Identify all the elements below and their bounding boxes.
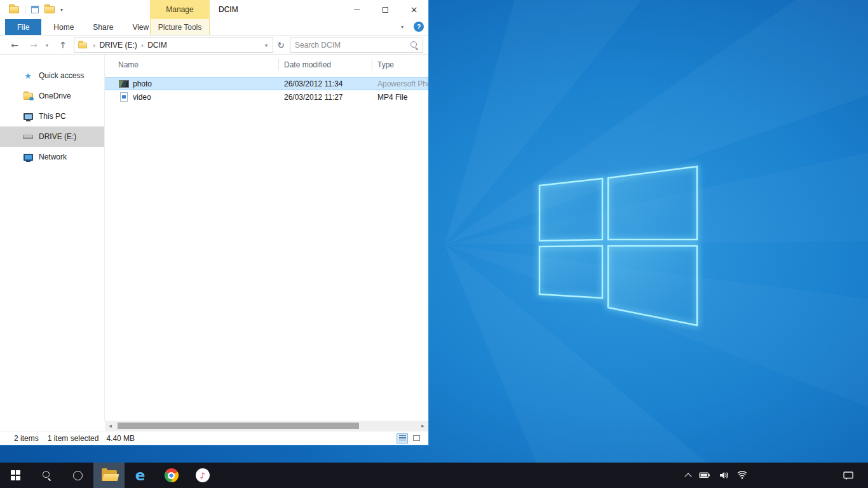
file-name: photo (133, 79, 284, 88)
sidebar-item-this-pc[interactable]: This PC (0, 106, 104, 126)
file-type: MP4 File (377, 93, 428, 102)
chevron-up-icon (684, 473, 691, 480)
new-folder-icon[interactable] (44, 6, 55, 13)
sidebar-item-drive-e[interactable]: DRIVE (E:) (0, 126, 104, 147)
sidebar-label: DRIVE (E:) (39, 132, 76, 141)
breadcrumb-folder[interactable]: DCIM (147, 41, 167, 50)
column-divider[interactable] (278, 58, 279, 71)
search-input[interactable] (290, 41, 410, 50)
tray-network-button[interactable] (737, 470, 747, 480)
column-header-date-modified[interactable]: Date modified (284, 55, 331, 74)
horizontal-scrollbar[interactable]: ◂ ▸ (105, 421, 428, 431)
taskbar-file-explorer-button[interactable] (93, 463, 125, 488)
refresh-button[interactable]: ↻ (274, 37, 288, 53)
view-toggles (397, 433, 428, 444)
forward-button[interactable]: → (25, 36, 42, 55)
window-title: DCIM (219, 0, 238, 19)
titlebar: ▾ Manage DCIM × (0, 0, 428, 19)
tray-volume-button[interactable] (719, 470, 729, 480)
back-button[interactable]: ← (6, 36, 23, 55)
windows-logo-glow (539, 166, 697, 325)
status-selected-size: 4.40 MB (106, 434, 135, 443)
minimize-icon (354, 10, 360, 10)
taskbar-chrome-button[interactable] (156, 463, 187, 488)
column-divider[interactable] (372, 58, 372, 71)
file-rows: photo 26/03/2012 11:34 Apowersoft Pho vi… (105, 77, 428, 104)
file-date-modified: 26/03/2012 11:34 (284, 79, 377, 88)
file-date-modified: 26/03/2012 11:27 (284, 93, 377, 102)
address-dropdown-chevron-icon[interactable]: ▾ (265, 43, 269, 48)
column-header-row: ^ Name Date modified Type (105, 55, 428, 74)
start-button[interactable] (0, 463, 31, 488)
manage-ribbon-group[interactable]: Manage (150, 0, 210, 19)
file-explorer-icon (102, 470, 117, 481)
properties-icon[interactable] (31, 6, 39, 13)
breadcrumb-separator-icon: › (89, 41, 99, 50)
taskbar-search-button[interactable] (31, 463, 62, 488)
column-header-type[interactable]: Type (377, 55, 394, 74)
video-file-icon (119, 92, 129, 102)
window-controls: × (342, 0, 428, 19)
breadcrumb-drive[interactable]: DRIVE (E:) (99, 41, 137, 50)
close-button[interactable]: × (400, 0, 428, 19)
scrollbar-thumb[interactable] (118, 423, 359, 429)
action-center-button[interactable] (835, 470, 862, 481)
minimize-button[interactable] (342, 0, 371, 19)
address-bar-row: ← → ▾ ↑ › DRIVE (E:) › DCIM ▾ ↻ (0, 36, 428, 55)
column-header-name[interactable]: Name (118, 55, 139, 74)
file-name: video (133, 93, 284, 102)
sidebar-item-network[interactable]: Network (0, 147, 104, 167)
quick-access-star-icon: ★ (23, 71, 33, 81)
breadcrumb-separator-icon: › (137, 41, 147, 50)
sidebar-item-quick-access[interactable]: ★ Quick access (0, 65, 104, 86)
help-button[interactable]: ? (414, 22, 424, 32)
sidebar-item-onedrive[interactable]: OneDrive (0, 86, 104, 106)
details-view-button[interactable] (397, 433, 408, 444)
maximize-button[interactable] (371, 0, 400, 19)
thumbnails-view-button[interactable] (410, 433, 422, 444)
light-beams (445, 0, 868, 488)
this-pc-icon (23, 113, 33, 120)
action-center-icon (843, 470, 854, 481)
file-explorer-window: ▾ Manage DCIM × File Home Share View Pic… (0, 0, 429, 445)
recent-locations-chevron-icon[interactable]: ▾ (42, 36, 52, 55)
toolbar-divider (25, 5, 25, 14)
scroll-left-arrow-icon[interactable]: ◂ (105, 421, 116, 431)
tab-picture-tools[interactable]: Picture Tools (150, 19, 210, 35)
tray-show-hidden-icons-button[interactable] (686, 472, 691, 479)
windows-start-icon (11, 470, 21, 480)
sidebar-label: Network (39, 152, 67, 161)
thumbnails-view-icon (413, 435, 420, 441)
file-list-pane: ^ Name Date modified Type photo 26/03/20… (105, 55, 428, 421)
up-button[interactable]: ↑ (55, 36, 71, 55)
file-type: Apowersoft Pho (377, 79, 428, 88)
customize-toolbar-chevron-icon[interactable]: ▾ (60, 7, 63, 13)
taskbar-itunes-button[interactable]: ♪ (187, 463, 218, 488)
internet-explorer-icon: e (135, 467, 146, 484)
tab-share[interactable]: Share (83, 19, 123, 35)
taskbar-internet-explorer-button[interactable]: e (125, 463, 156, 488)
search-icon (43, 471, 51, 480)
navigation-pane: ★ Quick access OneDrive This PC DRIVE (E… (0, 55, 105, 421)
ribbon-expand-chevron-icon[interactable]: ▾ (395, 19, 409, 35)
scroll-right-arrow-icon[interactable]: ▸ (417, 421, 428, 431)
tab-home[interactable]: Home (44, 19, 83, 35)
network-icon (23, 154, 33, 161)
itunes-icon: ♪ (196, 468, 210, 482)
tab-file[interactable]: File (5, 19, 41, 35)
search-box (290, 37, 423, 53)
address-breadcrumb-bar[interactable]: › DRIVE (E:) › DCIM ▾ (74, 37, 273, 53)
quick-access-toolbar: ▾ (9, 4, 63, 15)
sidebar-label: OneDrive (39, 92, 71, 100)
sort-ascending-icon: ^ (193, 55, 198, 59)
cortana-circle-icon (73, 471, 83, 480)
file-row-photo[interactable]: photo 26/03/2012 11:34 Apowersoft Pho (105, 77, 428, 90)
desktop: ▾ Manage DCIM × File Home Share View Pic… (0, 0, 868, 488)
status-bar: 2 items 1 item selected 4.40 MB (0, 431, 428, 445)
file-row-video[interactable]: video 26/03/2012 11:27 MP4 File (105, 90, 428, 104)
ribbon-tab-bar: File Home Share View Picture Tools ▾ ? (0, 19, 428, 36)
tray-battery-button[interactable] (699, 471, 710, 480)
maximize-icon (383, 7, 388, 13)
search-icon[interactable] (410, 41, 419, 50)
cortana-button[interactable] (62, 463, 93, 488)
